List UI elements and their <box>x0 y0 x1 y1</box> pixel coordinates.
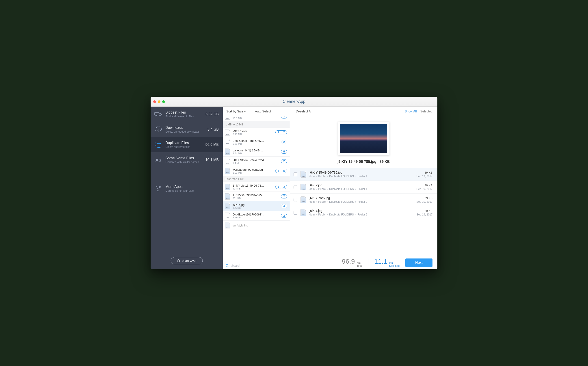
list-item[interactable]: JPEG 1_52550d536834e525… 361 KB 2 <box>223 192 290 201</box>
close-icon[interactable] <box>153 100 156 103</box>
duplicate-size: 89 KB <box>417 197 433 200</box>
list-item[interactable]: JPEG balloons_0 (1) 15-49-… 3.84 MB 5 <box>223 147 290 157</box>
file-type-icon: MP3 <box>225 139 230 145</box>
stat-label: Total <box>357 264 362 267</box>
file-name: balloons_0 (1) 15-49-… <box>232 149 279 152</box>
sidebar-item-biggest-files[interactable]: Biggest Files Find and delete big files … <box>151 107 223 122</box>
aa-icon: Aa <box>154 156 162 164</box>
file-name: wallpapers_02 copy.jpg <box>232 168 273 171</box>
file-list-scroll[interactable]: MP3 10.1 MB 2 1 MB to 10 MB DOC #3127.vs… <box>223 116 290 262</box>
badge: 3 <box>281 185 287 189</box>
next-button[interactable]: Next <box>405 259 433 267</box>
list-item[interactable]: JPEG surfstyle inc <box>223 221 290 230</box>
duplicate-row[interactable]: JPEG j6iKIY.jpg dom›Public›Duplicate FOL… <box>290 206 437 219</box>
trophy-icon <box>154 184 162 193</box>
show-all-tab[interactable]: Show All <box>405 109 417 113</box>
duplicate-date: Sep 19, 2017 <box>417 175 433 178</box>
file-size: 10.1 MB <box>232 117 279 120</box>
list-item[interactable]: TXT DiskExpert20170206T… 300 KB 2 <box>223 211 290 221</box>
list-item[interactable]: DOC 2011 NCAA Bracket.vsd 1.4 MB 2 <box>223 157 290 166</box>
badge: 5 <box>281 169 287 173</box>
duplicate-row[interactable]: JPEG j6iKIY 15-49-06-785.jpg dom›Public›… <box>290 168 437 181</box>
file-type-icon: JPEG <box>225 148 230 155</box>
badge: 2 <box>281 160 287 163</box>
sidebar: Biggest Files Find and delete big files … <box>151 107 223 269</box>
checkbox[interactable] <box>294 185 297 189</box>
badge-group: 2 <box>281 214 287 218</box>
badge: 4 <box>281 204 287 208</box>
file-name: #3127.vsdx <box>232 130 273 133</box>
badge: 2 <box>276 185 281 189</box>
file-size: 6.16 MB <box>232 133 273 136</box>
file-size: 300 KB <box>232 216 279 219</box>
badge: 2 <box>281 116 287 118</box>
checkbox[interactable] <box>294 198 297 202</box>
search-icon <box>225 264 229 267</box>
crumb: Folder 1 <box>357 175 367 178</box>
refresh-icon <box>177 259 180 262</box>
list-item[interactable]: MP3 Best Coast - The Only… 5.25 MB 2 <box>223 137 290 147</box>
sidebar-item-label: Downloads <box>165 126 204 130</box>
crumb: Folder 2 <box>357 213 367 216</box>
minimize-icon[interactable] <box>158 100 161 103</box>
sidebar-item-label: Same Name Files <box>165 156 202 160</box>
breadcrumb: dom›Public›Duplicate FOLDERS›Folder 1 <box>309 175 413 178</box>
duplicate-row[interactable]: JPEG j6iKIY copy.jpg dom›Public›Duplicat… <box>290 193 437 206</box>
file-size: 5.25 MB <box>232 143 279 145</box>
file-size: 1.4 MB <box>232 162 279 164</box>
svg-point-4 <box>226 264 228 266</box>
badge-group: 2 <box>281 159 287 163</box>
divider <box>368 259 368 267</box>
crumb: Folder 1 <box>357 188 367 191</box>
duplicate-icon <box>154 141 162 149</box>
list-item[interactable]: JPEG 1 -NY-pic 15-49-06-78… 423 KB 23 <box>223 182 290 192</box>
duplicate-row[interactable]: JPEG j6iKIY.jpg dom›Public›Duplicate FOL… <box>290 181 437 193</box>
badge-group: 5 <box>281 150 287 154</box>
sidebar-item-sub: Find files with similar names <box>165 160 202 164</box>
file-name: surfstyle inc <box>232 224 287 227</box>
list-item[interactable]: MP3 10.1 MB 2 <box>223 116 290 122</box>
crumb: Duplicate FOLDERS <box>329 213 354 216</box>
preview-area: j6iKIY 15-49-06-785.jpg - 89 KB <box>290 116 437 168</box>
stat-value: 96.9 <box>342 258 355 265</box>
selected-tab[interactable]: Selected <box>420 109 433 113</box>
start-over-button[interactable]: Start Over <box>171 257 203 264</box>
badge: 2 <box>281 130 287 134</box>
stat-value: 11.1 <box>374 258 387 265</box>
search-bar <box>223 262 290 269</box>
preview-image <box>340 123 388 153</box>
crumb: Public <box>318 213 325 216</box>
list-item[interactable]: JPEG wallpapers_02 copy.jpg 1.09 MB 45 <box>223 166 290 176</box>
sidebar-item-size: 3.4 GB <box>208 128 219 131</box>
checkbox[interactable] <box>294 173 297 176</box>
file-type-icon: TXT <box>225 213 230 219</box>
checkbox[interactable] <box>294 211 297 214</box>
maximize-icon[interactable] <box>162 100 165 103</box>
crumb: dom <box>309 200 315 203</box>
chevron-right-icon: › <box>327 188 328 191</box>
sort-dropdown[interactable]: Sort by Size <box>226 109 246 113</box>
chevron-right-icon: › <box>355 175 356 178</box>
auto-select-button[interactable]: Auto Select <box>255 109 271 113</box>
file-name: Best Coast - The Only… <box>232 139 279 143</box>
duplicate-date: Sep 19, 2017 <box>417 213 433 216</box>
breadcrumb: dom›Public›Duplicate FOLDERS›Folder 1 <box>309 188 413 191</box>
file-type-icon: MP3 <box>225 116 230 120</box>
badge-group: 23 <box>275 185 287 189</box>
deselect-all-button[interactable]: Deselect All <box>296 109 312 113</box>
crumb: dom <box>309 188 315 191</box>
sidebar-item-downloads[interactable]: Downloads Delete unneeded downloads 3.4 … <box>151 122 223 137</box>
badge: 2 <box>281 214 287 218</box>
sidebar-item-sub: Delete unneeded downloads <box>165 130 204 133</box>
section-header: Less than 1 MB <box>223 176 290 182</box>
traffic-lights <box>153 100 165 103</box>
search-input[interactable] <box>231 264 287 267</box>
sidebar-item-more-apps[interactable]: More Apps More tools for your Mac <box>151 181 223 196</box>
list-item[interactable]: DOC #3127.vsdx 6.16 MB 12 <box>223 128 290 137</box>
sidebar-item-size: 19.1 MB <box>205 158 219 162</box>
sidebar-item-same-name-files[interactable]: Aa Same Name Files Find files with simil… <box>151 152 223 168</box>
sidebar-item-duplicate-files[interactable]: Duplicate Files Delete duplicate files 9… <box>151 137 223 152</box>
list-item[interactable]: JPEG j6iKIY.jpg 356 KB 4 <box>223 201 290 211</box>
file-type-icon: JPEG <box>225 193 230 199</box>
badge: 2 <box>281 140 287 144</box>
